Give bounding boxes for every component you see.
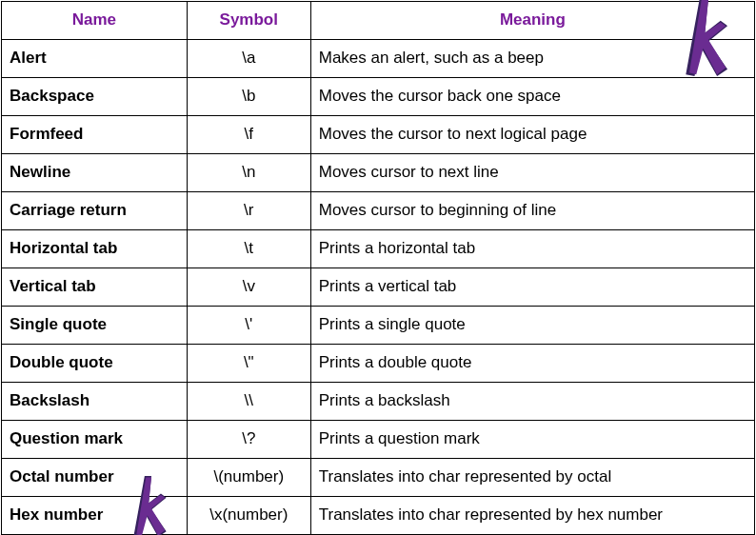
cell-name: Double quote [2, 345, 188, 383]
cell-name: Alert [2, 40, 188, 78]
cell-symbol: \b [187, 78, 310, 116]
header-name: Name [2, 2, 188, 40]
cell-name: Octal number [2, 459, 188, 497]
table-row: Single quote \' Prints a single quote [2, 307, 755, 345]
cell-meaning: Moves the cursor back one space [310, 78, 754, 116]
cell-meaning: Moves cursor to next line [310, 154, 754, 192]
cell-meaning: Prints a vertical tab [310, 268, 754, 307]
cell-meaning: Moves the cursor to next logical page [310, 116, 754, 154]
cell-meaning: Prints a question mark [310, 421, 754, 459]
table-row: Vertical tab \v Prints a vertical tab [2, 268, 755, 307]
cell-name: Backslash [2, 383, 188, 421]
cell-symbol: \r [187, 192, 310, 230]
header-meaning: Meaning [310, 2, 754, 40]
cell-name: Question mark [2, 421, 188, 459]
cell-name: Newline [2, 154, 188, 192]
cell-symbol: \f [187, 116, 310, 154]
cell-meaning: Prints a horizontal tab [310, 230, 754, 268]
table-row: Double quote \" Prints a double quote [2, 345, 755, 383]
table-row: Backspace \b Moves the cursor back one s… [2, 78, 755, 116]
cell-name: Carriage return [2, 192, 188, 230]
table-row: Carriage return \r Moves cursor to begin… [2, 192, 755, 230]
table-row: Hex number \x(number) Translates into ch… [2, 497, 755, 535]
table-body: Alert \a Makes an alert, such as a beep … [2, 40, 755, 535]
cell-symbol: \' [187, 307, 310, 345]
table-row: Formfeed \f Moves the cursor to next log… [2, 116, 755, 154]
cell-name: Single quote [2, 307, 188, 345]
cell-symbol: \n [187, 154, 310, 192]
cell-symbol: \t [187, 230, 310, 268]
cell-name: Formfeed [2, 116, 188, 154]
cell-symbol: \(number) [187, 459, 310, 497]
cell-symbol: \\ [187, 383, 310, 421]
table-row: Octal number \(number) Translates into c… [2, 459, 755, 497]
cell-meaning: Makes an alert, such as a beep [310, 40, 754, 78]
header-symbol: Symbol [187, 2, 310, 40]
table-row: Newline \n Moves cursor to next line [2, 154, 755, 192]
cell-meaning: Prints a double quote [310, 345, 754, 383]
table-row: Question mark \? Prints a question mark [2, 421, 755, 459]
escape-sequence-table: Name Symbol Meaning Alert \a Makes an al… [1, 1, 755, 535]
cell-name: Hex number [2, 497, 188, 535]
table-row: Backslash \\ Prints a backslash [2, 383, 755, 421]
cell-name: Horizontal tab [2, 230, 188, 268]
cell-symbol: \a [187, 40, 310, 78]
table-row: Alert \a Makes an alert, such as a beep [2, 40, 755, 78]
cell-name: Backspace [2, 78, 188, 116]
cell-meaning: Translates into char represented by octa… [310, 459, 754, 497]
cell-meaning: Translates into char represented by hex … [310, 497, 754, 535]
cell-symbol: \" [187, 345, 310, 383]
cell-meaning: Prints a backslash [310, 383, 754, 421]
cell-meaning: Moves cursor to beginning of line [310, 192, 754, 230]
cell-symbol: \? [187, 421, 310, 459]
cell-meaning: Prints a single quote [310, 307, 754, 345]
cell-symbol: \x(number) [187, 497, 310, 535]
header-row: Name Symbol Meaning [2, 2, 755, 40]
cell-symbol: \v [187, 268, 310, 307]
table-row: Horizontal tab \t Prints a horizontal ta… [2, 230, 755, 268]
cell-name: Vertical tab [2, 268, 188, 307]
